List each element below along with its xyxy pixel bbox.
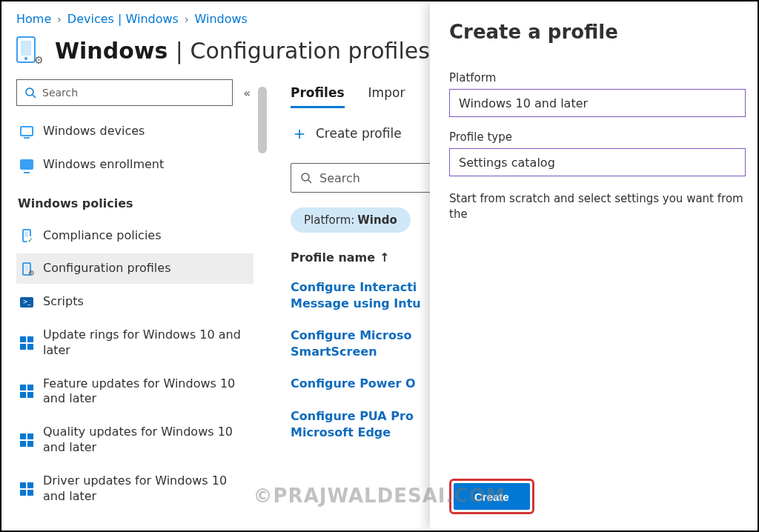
platform-label: Platform bbox=[449, 71, 746, 84]
svg-line-1 bbox=[33, 95, 36, 98]
create-profile-panel: Create a profile Platform Windows 10 and… bbox=[430, 3, 756, 529]
column-header-label: Profile name bbox=[291, 250, 375, 265]
tab-import[interactable]: Impor bbox=[368, 85, 405, 108]
windows-icon bbox=[19, 482, 34, 496]
sidebar: Search « Windows devices Windows enrollm… bbox=[1, 79, 253, 519]
profile-row-link[interactable]: Configure Power O bbox=[291, 376, 454, 392]
sort-asc-icon: ↑ bbox=[380, 250, 389, 265]
sidebar-item-windows-devices[interactable]: Windows devices bbox=[16, 116, 253, 147]
monitor-filled-icon bbox=[19, 157, 34, 172]
search-icon bbox=[300, 172, 312, 184]
sidebar-item-label: Driver updates for Windows 10 and later bbox=[43, 473, 246, 505]
sidebar-item-quality-updates[interactable]: Quality updates for Windows 10 and later bbox=[16, 417, 253, 463]
profile-type-dropdown[interactable]: Settings catalog bbox=[449, 148, 746, 176]
tab-profiles[interactable]: Profiles bbox=[291, 85, 345, 108]
phone-check-icon bbox=[19, 228, 34, 243]
sidebar-search-input[interactable]: Search bbox=[16, 79, 233, 106]
filter-platform-chip[interactable]: Platform: Windo bbox=[291, 207, 411, 233]
profile-row-link[interactable]: Configure Interacti Message using Intu bbox=[291, 279, 454, 311]
monitor-icon bbox=[19, 124, 34, 139]
sidebar-item-scripts[interactable]: Scripts bbox=[16, 287, 253, 317]
sidebar-search-placeholder: Search bbox=[42, 87, 78, 99]
terminal-icon bbox=[19, 295, 34, 310]
svg-point-2 bbox=[302, 173, 309, 181]
profile-type-label: Profile type bbox=[449, 130, 746, 144]
sidebar-item-label: Windows enrollment bbox=[43, 157, 246, 173]
page-title-main: Windows bbox=[55, 38, 168, 64]
sidebar-item-label: Windows devices bbox=[43, 124, 246, 139]
panel-title: Create a profile bbox=[449, 21, 746, 43]
profile-row-link[interactable]: Configure Microso SmartScreen bbox=[291, 327, 454, 359]
sidebar-item-driver-updates[interactable]: Driver updates for Windows 10 and later bbox=[16, 466, 253, 512]
sidebar-item-compliance-policies[interactable]: Compliance policies bbox=[16, 221, 253, 251]
device-profile-icon: ⚙ bbox=[16, 36, 44, 64]
create-button-highlight: Create bbox=[449, 479, 534, 514]
windows-icon bbox=[19, 433, 34, 448]
filter-value: Windo bbox=[354, 213, 397, 227]
plus-icon: ＋ bbox=[291, 124, 308, 142]
page-title: Windows | Configuration profiles bbox=[55, 38, 430, 64]
page-title-sub: Configuration profiles bbox=[190, 38, 430, 64]
breadcrumb-home[interactable]: Home bbox=[16, 12, 51, 26]
sidebar-scrollbar[interactable] bbox=[256, 79, 268, 519]
profiles-search-placeholder: Search bbox=[319, 171, 360, 185]
sidebar-item-label: Configuration profiles bbox=[43, 261, 246, 276]
sidebar-item-label: Compliance policies bbox=[43, 228, 246, 244]
profile-row-link[interactable]: Configure PUA Pro Microsoft Edge bbox=[291, 408, 454, 440]
profile-type-value: Settings catalog bbox=[459, 156, 555, 170]
sidebar-item-configuration-profiles[interactable]: Configuration profiles bbox=[16, 253, 253, 284]
breadcrumb-devices[interactable]: Devices | Windows bbox=[67, 12, 179, 26]
sidebar-section-policies: Windows policies bbox=[16, 183, 253, 218]
svg-line-3 bbox=[308, 180, 311, 183]
windows-icon bbox=[19, 384, 34, 399]
sidebar-item-label: Feature updates for Windows 10 and later bbox=[43, 376, 246, 408]
sidebar-item-feature-updates[interactable]: Feature updates for Windows 10 and later bbox=[16, 369, 253, 415]
sidebar-item-label: Update rings for Windows 10 and later bbox=[43, 327, 246, 359]
windows-icon bbox=[19, 336, 34, 350]
chevron-right-icon: › bbox=[185, 13, 189, 25]
search-icon bbox=[24, 87, 36, 99]
collapse-sidebar-icon[interactable]: « bbox=[240, 83, 253, 103]
filter-label: Platform: bbox=[304, 213, 354, 227]
platform-value: Windows 10 and later bbox=[459, 96, 588, 110]
chevron-right-icon: › bbox=[57, 13, 62, 25]
create-button[interactable]: Create bbox=[454, 483, 530, 510]
sidebar-item-windows-enrollment[interactable]: Windows enrollment bbox=[16, 150, 253, 180]
svg-point-0 bbox=[26, 88, 33, 96]
sidebar-item-update-rings[interactable]: Update rings for Windows 10 and later bbox=[16, 320, 253, 366]
platform-dropdown[interactable]: Windows 10 and later bbox=[449, 89, 746, 117]
sidebar-item-label: Quality updates for Windows 10 and later bbox=[43, 425, 246, 456]
gear-icon: ⚙ bbox=[34, 54, 46, 66]
sidebar-item-label: Scripts bbox=[43, 294, 246, 310]
breadcrumb-windows[interactable]: Windows bbox=[195, 12, 248, 26]
create-profile-label: Create profile bbox=[316, 126, 402, 141]
phone-gear-icon bbox=[19, 262, 34, 276]
panel-helper-text: Start from scratch and select settings y… bbox=[449, 191, 746, 222]
